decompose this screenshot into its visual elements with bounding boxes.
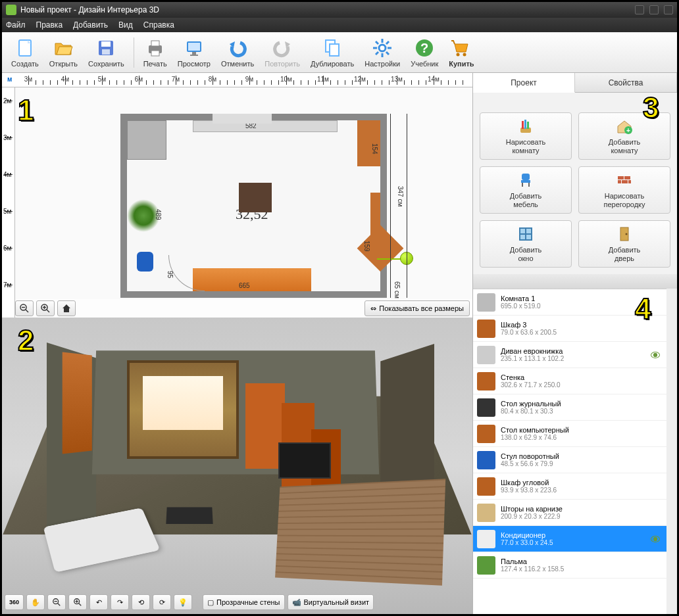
room-outline[interactable]: 32,52 582 154 489 665 1 bbox=[120, 114, 387, 298]
scene-item[interactable]: Стол журнальный80.4 x 80.1 x 30.3 bbox=[473, 394, 666, 421]
virtual-visit-button[interactable]: 📹Виртуальный визит bbox=[288, 594, 374, 610]
scene-item-dim: 79.0 x 63.6 x 200.5 bbox=[501, 329, 663, 336]
menu-Файл[interactable]: Файл bbox=[6, 20, 26, 30]
action-pencils-button[interactable]: Нарисоватькомнату bbox=[480, 112, 572, 160]
help-icon: ? bbox=[414, 37, 435, 59]
close-button[interactable] bbox=[664, 5, 673, 14]
dup-icon bbox=[322, 37, 343, 59]
scene-item[interactable]: Кондиционер77.0 x 33.0 x 24.5 bbox=[473, 526, 666, 552]
view3d-scene[interactable] bbox=[2, 318, 472, 614]
zoom-out-button[interactable] bbox=[15, 300, 34, 316]
scene-item-name: Стол журнальный bbox=[501, 400, 663, 408]
svg-text:+: + bbox=[626, 127, 630, 134]
dim-outer-bottom: 65 см bbox=[393, 281, 401, 298]
rotate-right-button[interactable]: ↷ bbox=[111, 594, 129, 610]
tabs: Проект Свойства bbox=[473, 73, 677, 93]
rotate360-button[interactable]: 360 bbox=[5, 594, 24, 610]
visibility-eye-icon[interactable] bbox=[651, 352, 660, 358]
menu-Правка[interactable]: Правка bbox=[36, 20, 63, 30]
scene-item-name: Пальма bbox=[501, 557, 663, 565]
zoom-in-3d-button[interactable] bbox=[68, 594, 87, 610]
toolbar-redo-button[interactable]: Повторить bbox=[259, 34, 305, 71]
minimize-button[interactable] bbox=[635, 5, 644, 14]
toolbar-open-button[interactable]: Открыть bbox=[44, 34, 83, 71]
svg-point-24 bbox=[457, 53, 460, 56]
rotate-left-button[interactable]: ↶ bbox=[89, 594, 108, 610]
svg-rect-2 bbox=[101, 41, 111, 47]
wardrobe-3d[interactable] bbox=[63, 352, 92, 454]
scene-item-icon bbox=[477, 477, 495, 496]
scene-item[interactable]: Стенка302.6 x 71.7 x 250.0 bbox=[473, 368, 666, 394]
tv-stand-plan[interactable] bbox=[239, 183, 272, 212]
view3d-tools: 360 ✋ ↶ ↷ ⟲ ⟳ 💡 ▢Прозрачные стены 📹Вирту… bbox=[5, 593, 470, 611]
tilt-down-button[interactable]: ⟳ bbox=[153, 594, 171, 610]
zoom-out-3d-button[interactable] bbox=[47, 594, 66, 610]
transparent-walls-button[interactable]: ▢Прозрачные стены bbox=[203, 594, 284, 610]
svg-rect-43 bbox=[527, 122, 529, 129]
action-door-button[interactable]: Добавитьдверь bbox=[578, 220, 670, 268]
badge-3: 3 bbox=[643, 91, 673, 127]
scene-item-name: Стул поворотный bbox=[501, 452, 663, 460]
scene-item[interactable]: Шторы на карнизе200.9 x 20.3 x 222.9 bbox=[473, 500, 666, 526]
pencils-icon bbox=[516, 117, 535, 135]
toolbar-new-button[interactable]: Создать bbox=[6, 34, 44, 71]
action-bricks-button[interactable]: Нарисоватьперегородку bbox=[578, 166, 670, 214]
toolbar-print-button[interactable]: Печать bbox=[138, 34, 172, 71]
sofa-plan[interactable] bbox=[193, 268, 311, 291]
toolbar-settings-button[interactable]: Настройки bbox=[359, 34, 405, 71]
scene-item[interactable]: Диван еврокнижка235.1 x 113.1 x 102.2 bbox=[473, 342, 666, 368]
scene-item-icon bbox=[477, 372, 495, 391]
new-icon bbox=[14, 37, 36, 59]
toolbar-preview-button[interactable]: Просмотр bbox=[172, 34, 216, 71]
toolbar-buy-button[interactable]: Купить bbox=[443, 34, 479, 71]
scene-item-dim: 93.9 x 93.8 x 223.6 bbox=[501, 486, 663, 494]
pan-button[interactable]: ✋ bbox=[26, 594, 45, 610]
tilt-up-button[interactable]: ⟲ bbox=[132, 594, 150, 610]
scene-item-icon bbox=[477, 451, 495, 469]
toolbar-undo-button[interactable]: Отменить bbox=[216, 34, 259, 71]
scene-item-icon bbox=[477, 293, 495, 312]
menu-Добавить[interactable]: Добавить bbox=[73, 20, 108, 30]
scrollbar[interactable] bbox=[666, 289, 677, 614]
light-button[interactable]: 💡 bbox=[174, 594, 192, 610]
svg-point-59 bbox=[626, 233, 628, 235]
svg-rect-54 bbox=[628, 180, 631, 183]
maximize-button[interactable] bbox=[649, 5, 659, 14]
toolbar-dup-button[interactable]: Дублировать bbox=[305, 34, 359, 71]
svg-line-21 bbox=[386, 41, 389, 44]
tv-3d[interactable] bbox=[278, 442, 331, 479]
floorplan-area[interactable]: 1 2м3м4м5м6м7м 32,52 582 154 489 bbox=[2, 87, 472, 318]
floorplan-canvas[interactable]: 32,52 582 154 489 665 1 bbox=[15, 87, 472, 299]
scene-item[interactable]: Стол компьютерный138.0 x 62.9 x 74.6 bbox=[473, 421, 666, 447]
toolbar: СоздатьОткрытьСохранитьПечатьПросмотрОтм… bbox=[2, 32, 677, 73]
view3d-area[interactable]: 2 360 ✋ bbox=[2, 318, 472, 614]
side-panel-plan[interactable] bbox=[370, 193, 380, 242]
scene-item[interactable]: Стул поворотный48.5 x 56.6 x 79.9 bbox=[473, 447, 666, 473]
scene-item-icon bbox=[477, 346, 495, 364]
dim-left: 489 bbox=[155, 209, 162, 220]
home-button[interactable] bbox=[57, 300, 76, 316]
table-3d[interactable] bbox=[166, 507, 213, 524]
action-window-button[interactable]: Добавитьокно bbox=[480, 220, 572, 268]
app-icon bbox=[6, 5, 16, 15]
menu-Справка[interactable]: Справка bbox=[143, 20, 174, 30]
visibility-eye-icon[interactable] bbox=[651, 536, 660, 542]
open-icon bbox=[53, 37, 74, 59]
show-all-sizes-button[interactable]: ⇔ Показывать все размеры bbox=[365, 300, 470, 316]
scene-item[interactable]: Пальма127.4 x 116.2 x 158.5 bbox=[473, 552, 666, 579]
tab-properties[interactable]: Свойства bbox=[575, 73, 677, 92]
window-3d[interactable] bbox=[127, 360, 239, 459]
chair-plan[interactable] bbox=[137, 252, 153, 272]
ac-plan[interactable] bbox=[213, 114, 272, 124]
wardrobe-plan[interactable] bbox=[127, 120, 166, 160]
menu-Вид[interactable]: Вид bbox=[118, 20, 133, 30]
tab-project[interactable]: Проект bbox=[473, 73, 575, 93]
zoom-in-button[interactable] bbox=[36, 300, 55, 316]
preview-icon bbox=[184, 37, 205, 59]
toolbar-help-button[interactable]: ?Учебник bbox=[405, 34, 443, 71]
svg-rect-42 bbox=[524, 120, 526, 129]
badge-2: 2 bbox=[18, 324, 48, 360]
toolbar-save-button[interactable]: Сохранить bbox=[83, 34, 130, 71]
scene-item[interactable]: Шкаф угловой93.9 x 93.8 x 223.6 bbox=[473, 473, 666, 500]
action-chair-button[interactable]: Добавитьмебель bbox=[480, 166, 572, 214]
